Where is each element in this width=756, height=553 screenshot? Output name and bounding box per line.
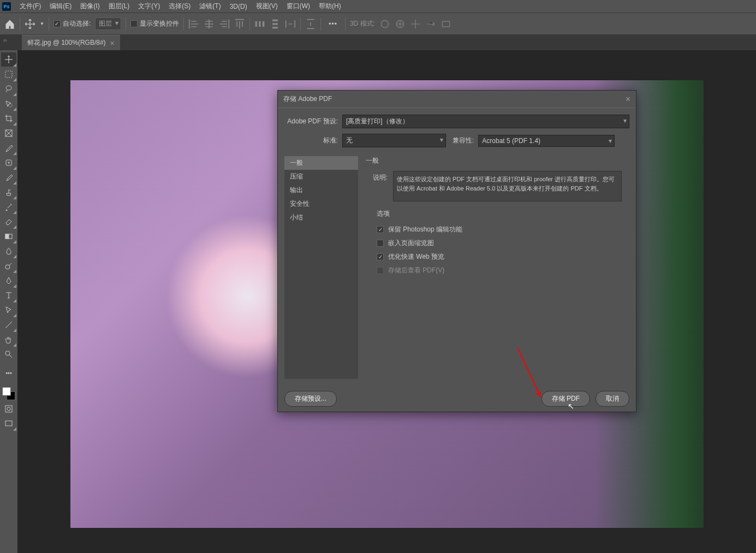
distribute-spacing-h-icon[interactable] bbox=[285, 19, 296, 29]
foreground-color-swatch[interactable] bbox=[2, 387, 11, 396]
3d-pan-icon bbox=[410, 19, 421, 29]
more-options-icon[interactable]: ••• bbox=[325, 20, 341, 28]
menu-3d[interactable]: 3D(D) bbox=[225, 3, 252, 10]
nav-security[interactable]: 安全性 bbox=[284, 197, 358, 211]
edit-toolbar-icon[interactable]: ••• bbox=[1, 366, 16, 380]
distribute-v-icon[interactable] bbox=[270, 19, 281, 29]
opt-preserve-editing-checkbox[interactable] bbox=[377, 226, 384, 233]
auto-select-checkbox[interactable] bbox=[53, 20, 61, 27]
eraser-tool[interactable] bbox=[1, 215, 16, 229]
menu-image[interactable]: 图像(I) bbox=[76, 2, 104, 11]
svg-rect-0 bbox=[255, 21, 257, 27]
compat-label: 兼容性: bbox=[453, 136, 474, 145]
hand-tool[interactable] bbox=[1, 332, 16, 347]
menu-filter[interactable]: 滤镜(T) bbox=[195, 2, 225, 11]
blur-tool[interactable] bbox=[1, 244, 16, 258]
home-icon[interactable] bbox=[4, 19, 15, 29]
close-icon[interactable]: × bbox=[626, 94, 630, 104]
menu-window[interactable]: 窗口(W) bbox=[282, 2, 314, 11]
menu-view[interactable]: 视图(V) bbox=[252, 2, 282, 11]
svg-point-6 bbox=[381, 20, 388, 27]
3d-roll-icon bbox=[395, 19, 406, 29]
save-pdf-button[interactable]: 存储 PDF bbox=[541, 391, 590, 407]
zoom-tool[interactable] bbox=[1, 347, 16, 361]
cancel-button[interactable]: 取消 bbox=[596, 391, 629, 407]
auto-select-option[interactable]: 自动选择: bbox=[53, 19, 91, 28]
opt-optimize-web-checkbox[interactable] bbox=[377, 253, 384, 260]
nav-output[interactable]: 输出 bbox=[284, 183, 358, 197]
crop-tool[interactable] bbox=[1, 111, 16, 126]
preset-label: Adobe PDF 预设: bbox=[284, 117, 338, 126]
screen-mode-icon[interactable] bbox=[1, 417, 16, 431]
distribute-spacing-v-icon[interactable] bbox=[305, 19, 316, 29]
gradient-tool[interactable] bbox=[1, 229, 16, 243]
standard-dropdown[interactable]: 无 bbox=[342, 134, 446, 147]
svg-rect-5 bbox=[272, 27, 278, 28]
menu-select[interactable]: 选择(S) bbox=[164, 2, 195, 11]
quick-mask-icon[interactable] bbox=[1, 402, 16, 416]
chevron-down-icon[interactable]: ▼ bbox=[40, 21, 44, 26]
pen-tool[interactable] bbox=[1, 273, 16, 288]
dodge-tool[interactable] bbox=[1, 259, 16, 273]
align-left-icon[interactable] bbox=[188, 19, 199, 29]
eyedropper-tool[interactable] bbox=[1, 141, 16, 155]
svg-point-16 bbox=[5, 265, 10, 269]
menu-file[interactable]: 文件(F) bbox=[15, 2, 45, 11]
compat-dropdown[interactable]: Acrobat 5 (PDF 1.4) bbox=[478, 135, 615, 147]
line-tool[interactable] bbox=[1, 318, 16, 332]
separator bbox=[183, 17, 184, 31]
transform-controls-checkbox[interactable] bbox=[130, 20, 138, 27]
opt-preserve-editing-label: 保留 Photoshop 编辑功能 bbox=[388, 225, 462, 234]
separator bbox=[49, 17, 49, 31]
nav-general[interactable]: 一般 bbox=[284, 156, 358, 170]
auto-select-target-dropdown[interactable]: 图层 bbox=[95, 17, 121, 30]
close-tab-icon[interactable]: × bbox=[110, 39, 115, 47]
3d-mode-label: 3D 模式: bbox=[350, 19, 375, 28]
svg-rect-8 bbox=[442, 21, 449, 27]
svg-rect-18 bbox=[5, 406, 12, 412]
path-select-tool[interactable] bbox=[1, 303, 16, 317]
move-tool[interactable] bbox=[1, 52, 16, 67]
document-tab[interactable]: 鲜花.jpg @ 100%(RGB/8#) × bbox=[22, 35, 120, 50]
brush-tool[interactable] bbox=[1, 170, 16, 185]
nav-summary[interactable]: 小结 bbox=[284, 211, 358, 224]
transform-controls-option[interactable]: 显示变换控件 bbox=[130, 19, 179, 28]
nav-compression[interactable]: 压缩 bbox=[284, 170, 358, 183]
preset-dropdown[interactable]: [高质量打印]（修改） bbox=[342, 115, 629, 128]
transform-controls-label: 显示变换控件 bbox=[140, 19, 179, 28]
ps-logo-icon: Ps bbox=[2, 2, 11, 11]
description-text[interactable]: 使用这些设定创建的 PDF 文档可通过桌面打印机和 proofer 进行高质量打… bbox=[393, 171, 622, 201]
menu-layer[interactable]: 图层(L) bbox=[104, 2, 134, 11]
save-preset-button[interactable]: 存储预设... bbox=[284, 391, 337, 407]
opt-view-after-save-checkbox bbox=[377, 267, 384, 274]
svg-rect-4 bbox=[272, 23, 278, 25]
marquee-tool[interactable] bbox=[1, 67, 16, 81]
dialog-content: 一般 说明: 使用这些设定创建的 PDF 文档可通过桌面打印机和 proofer… bbox=[358, 156, 629, 379]
menu-help[interactable]: 帮助(H) bbox=[314, 2, 346, 11]
history-brush-tool[interactable] bbox=[1, 200, 16, 214]
healing-brush-tool[interactable] bbox=[1, 156, 16, 170]
move-tool-icon[interactable] bbox=[25, 19, 35, 29]
opt-embed-thumbnail-checkbox[interactable] bbox=[377, 240, 384, 247]
menu-edit[interactable]: 编辑(E) bbox=[45, 2, 76, 11]
align-top-icon[interactable] bbox=[234, 19, 245, 29]
frame-tool[interactable] bbox=[1, 126, 16, 140]
opt-preserve-editing[interactable]: 保留 Photoshop 编辑功能 bbox=[366, 223, 622, 236]
3d-slide-icon bbox=[425, 19, 436, 29]
quick-select-tool[interactable] bbox=[1, 97, 16, 111]
align-center-h-icon[interactable] bbox=[204, 19, 215, 29]
auto-select-label: 自动选择: bbox=[63, 19, 91, 28]
separator bbox=[126, 17, 126, 31]
clone-stamp-tool[interactable] bbox=[1, 185, 16, 199]
align-right-icon[interactable] bbox=[219, 19, 230, 29]
opt-embed-thumbnail[interactable]: 嵌入页面缩览图 bbox=[366, 236, 622, 250]
menu-type[interactable]: 文字(Y) bbox=[134, 2, 164, 11]
opt-optimize-web[interactable]: 优化快速 Web 预览 bbox=[366, 250, 622, 264]
type-tool[interactable] bbox=[1, 288, 16, 302]
color-swatches[interactable] bbox=[1, 386, 16, 401]
opt-view-after-save: 存储后查看 PDF(V) bbox=[366, 264, 622, 277]
distribute-h-icon[interactable] bbox=[254, 19, 265, 29]
lasso-tool[interactable] bbox=[1, 82, 16, 96]
tab-dock-handle-icon[interactable]: ›› bbox=[3, 37, 7, 43]
dialog-title: 存储 Adobe PDF bbox=[283, 94, 332, 104]
